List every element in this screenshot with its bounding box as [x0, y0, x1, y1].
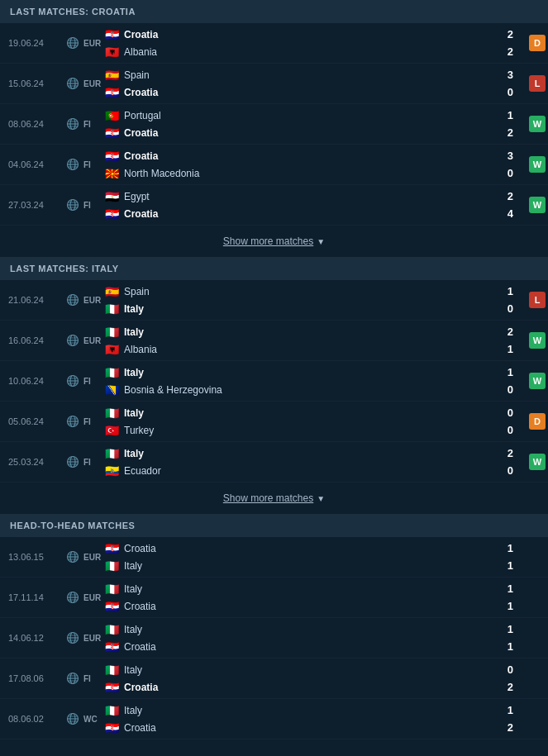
h2h-team-line: 🇭🇷 Croatia 1 — [99, 638, 518, 658]
team-flag: 🇪🇸 — [104, 70, 119, 80]
match-meta: 25.03.24 FI — [0, 442, 99, 482]
show-more-label[interactable]: Show more matches — [223, 492, 313, 504]
team-score: 1 — [500, 285, 513, 297]
h2h-team-score: 0 — [500, 663, 513, 676]
team-score: 2 — [500, 126, 513, 139]
show-more-button[interactable]: Show more matches ▼ — [0, 226, 548, 257]
team-score: 2 — [500, 190, 513, 202]
h2h-team-score: 1 — [500, 582, 513, 595]
h2h-team-score: 2 — [500, 681, 513, 693]
team-line: 🇪🇨 Ecuador 0 — [99, 462, 518, 482]
match-row: 08.06.24 FI 🇵🇹 Portugal 1 — [0, 104, 548, 145]
h2h-team-name: Italy — [124, 583, 142, 595]
h2h-team-line: 🇭🇷 Croatia 2 — [99, 719, 518, 739]
match-date: 04.06.24 — [8, 159, 62, 169]
chevron-down-icon: ▼ — [317, 237, 325, 246]
show-more-label[interactable]: Show more matches — [223, 235, 313, 247]
h2h-team-flag: 🇭🇷 — [104, 723, 119, 733]
competition-icon — [65, 456, 80, 468]
team-flag: 🇲🇰 — [104, 169, 119, 178]
team-name: Italy — [124, 448, 144, 459]
match-date: 27.03.24 — [8, 200, 62, 210]
result-badge: W — [529, 156, 546, 173]
h2h-match-meta: 17.08.06 FI — [0, 659, 99, 698]
h2h-match-date: 13.06.15 — [8, 552, 62, 562]
competition-label: FI — [83, 377, 91, 386]
team-score: 0 — [500, 424, 513, 436]
h2h-match-row: 08.06.02 WC 🇮🇹 Italy 1 � — [0, 699, 548, 739]
team-line: 🇭🇷 Croatia 2 — [99, 124, 518, 144]
h2h-competition-icon — [65, 592, 80, 603]
team-line: 🇮🇹 Italy 0 — [99, 402, 518, 421]
h2h-team-name: Croatia — [124, 682, 158, 693]
h2h-team-score: 1 — [500, 704, 513, 716]
teams-block: 🇮🇹 Italy 2 🇦🇱 Albania 1 — [99, 321, 518, 360]
competition-icon — [65, 199, 80, 211]
h2h-team-score: 1 — [500, 559, 513, 572]
result-badge-cell: W — [518, 197, 548, 213]
show-more-button[interactable]: Show more matches ▼ — [0, 483, 548, 514]
result-badge-cell: W — [518, 373, 548, 389]
h2h-match-date: 08.06.02 — [8, 714, 62, 724]
team-line: 🇮🇹 Italy 1 — [99, 361, 518, 381]
h2h-competition-label: WC — [83, 715, 98, 724]
h2h-match-meta: 14.06.12 EUR — [0, 618, 99, 658]
competition-label: FI — [83, 160, 91, 169]
competition-label: EUR — [83, 296, 101, 305]
match-row: 15.06.24 EUR 🇪🇸 Spain 3 — [0, 64, 548, 104]
result-badge: W — [529, 332, 546, 349]
team-score: 4 — [500, 207, 513, 220]
result-badge-cell: W — [518, 454, 548, 470]
chevron-down-icon: ▼ — [317, 494, 325, 503]
match-date: 25.03.24 — [8, 457, 62, 467]
teams-block: 🇪🇬 Egypt 2 🇭🇷 Croatia 4 — [99, 185, 518, 225]
team-line: 🇭🇷 Croatia 4 — [99, 205, 518, 225]
app: LAST MATCHES: CROATIA 19.06.24 EUR 🇭🇷 — [0, 0, 548, 739]
competition-label: FI — [83, 201, 91, 210]
result-badge-cell: D — [518, 35, 548, 51]
team-flag: 🇮🇹 — [104, 408, 119, 418]
h2h-team-flag: 🇭🇷 — [104, 544, 119, 554]
result-badge: L — [529, 292, 546, 308]
match-row: 04.06.24 FI 🇭🇷 Croatia 3 — [0, 145, 548, 185]
teams-block: 🇮🇹 Italy 2 🇪🇨 Ecuador 0 — [99, 442, 518, 482]
team-flag: 🇭🇷 — [104, 209, 119, 219]
h2h-team-name: Croatia — [124, 543, 156, 554]
team-flag: 🇪🇸 — [104, 287, 119, 297]
section-header-italy: LAST MATCHES: ITALY — [0, 257, 548, 280]
h2h-match-row: 17.11.14 EUR 🇮🇹 Italy 1 — [0, 578, 548, 618]
team-flag: 🇵🇹 — [104, 111, 119, 121]
h2h-team-flag: 🇮🇹 — [104, 625, 119, 635]
team-flag: 🇮🇹 — [104, 449, 119, 459]
h2h-match-row: 13.06.15 EUR 🇭🇷 Croatia 1 — [0, 537, 548, 578]
team-flag: 🇮🇹 — [104, 304, 119, 314]
h2h-team-score: 1 — [500, 623, 513, 635]
teams-block: 🇭🇷 Croatia 2 🇦🇱 Albania 2 — [99, 23, 518, 63]
team-name: North Macedonia — [124, 168, 199, 179]
team-score: 0 — [500, 167, 513, 179]
team-name: Italy — [124, 367, 144, 378]
team-name: Italy — [124, 303, 144, 315]
result-badge: L — [529, 75, 546, 92]
team-line: 🇲🇰 North Macedonia 0 — [99, 164, 518, 184]
h2h-team-flag: 🇭🇷 — [104, 601, 119, 611]
competition-icon — [65, 37, 80, 49]
competition-icon — [65, 335, 80, 346]
match-meta: 08.06.24 FI — [0, 104, 99, 144]
h2h-match-meta: 13.06.15 EUR — [0, 537, 99, 577]
result-badge: W — [529, 197, 546, 213]
h2h-team-line: 🇭🇷 Croatia 2 — [99, 678, 518, 698]
h2h-team-name: Italy — [124, 664, 142, 676]
result-badge: D — [529, 413, 546, 430]
team-flag: 🇮🇹 — [104, 368, 119, 378]
match-meta: 15.06.24 EUR — [0, 64, 99, 103]
h2h-match-date: 17.08.06 — [8, 673, 62, 683]
h2h-team-name: Italy — [124, 624, 142, 635]
h2h-teams-block: 🇮🇹 Italy 0 🇭🇷 Croatia 2 — [99, 659, 518, 698]
h2h-team-score: 1 — [500, 600, 513, 612]
team-line: 🇭🇷 Croatia 0 — [99, 83, 518, 103]
team-flag: 🇹🇷 — [104, 426, 119, 435]
h2h-match-row: 17.08.06 FI 🇮🇹 Italy 0 � — [0, 659, 548, 699]
h2h-team-name: Croatia — [124, 722, 156, 734]
team-flag: 🇪🇨 — [104, 466, 119, 476]
